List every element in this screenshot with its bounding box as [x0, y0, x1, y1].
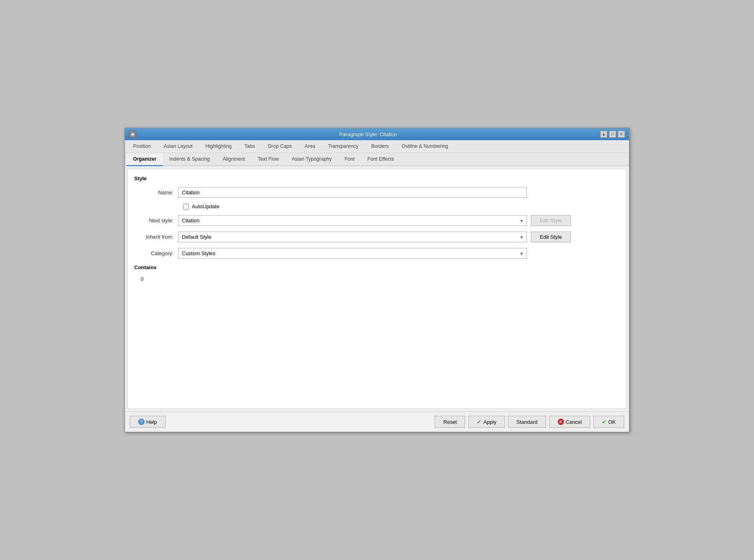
tab-alignment[interactable]: Alignment [216, 153, 252, 166]
inherit-from-select-wrapper: Default Style ▼ [178, 232, 527, 242]
category-select-wrapper: Custom Styles ▼ [178, 248, 527, 259]
contains-section-title: Contains [134, 264, 620, 270]
ok-button[interactable]: ✔ OK [593, 416, 624, 428]
help-label: Help [146, 419, 157, 425]
inherit-from-edit-button[interactable]: Edit Style [531, 232, 571, 242]
paragraph-style-dialog: ▣ Paragraph Style: Citation ▲ □ ✕ Positi… [125, 128, 629, 432]
footer: ? Help Reset ✔ Apply Standard ✕ Cancel ✔… [125, 411, 629, 432]
close-button[interactable]: ✕ [618, 131, 625, 138]
tab-borders[interactable]: Borders [365, 140, 395, 153]
next-style-label: Next style: [134, 218, 178, 224]
contains-value: 0 [134, 276, 620, 282]
inherit-from-label: Inherit from: [134, 234, 178, 240]
tab-organizer[interactable]: Organizer [127, 153, 163, 166]
tab-asian-typography[interactable]: Asian Typography [285, 153, 338, 166]
footer-right: Reset ✔ Apply Standard ✕ Cancel ✔ OK [435, 416, 624, 428]
autoupdate-label: AutoUpdate [192, 203, 220, 209]
inherit-from-row: Inherit from: Default Style ▼ Edit Style [134, 232, 620, 242]
next-style-row: Next style: Citation ▼ Edit Style [134, 215, 620, 226]
category-label: Category: [134, 250, 178, 256]
maximize-button[interactable]: □ [609, 131, 616, 138]
cancel-icon: ✕ [558, 419, 564, 425]
category-select[interactable]: Custom Styles [178, 248, 527, 259]
window-controls: ▲ □ ✕ [600, 131, 625, 138]
content-area: Style Name: AutoUpdate Next style: Citat… [127, 169, 627, 409]
reset-button[interactable]: Reset [435, 416, 465, 428]
footer-left: ? Help [130, 416, 165, 428]
tab-drop-caps[interactable]: Drop Caps [262, 140, 298, 153]
window-icon: ▣ [129, 131, 136, 138]
next-style-select[interactable]: Citation [178, 215, 527, 226]
style-section-title: Style [134, 175, 620, 181]
tab-indents-spacing[interactable]: Indents & Spacing [163, 153, 216, 166]
standard-button[interactable]: Standard [508, 416, 546, 428]
next-style-select-wrapper: Citation ▼ [178, 215, 527, 226]
cancel-label: Cancel [566, 419, 582, 425]
tab-asian-layout[interactable]: Asian Layout [157, 140, 199, 153]
apply-label: Apply [483, 419, 496, 425]
tab-position[interactable]: Position [127, 140, 157, 153]
tab-transparency[interactable]: Transparency [322, 140, 365, 153]
autoupdate-row: AutoUpdate [134, 203, 620, 209]
apply-check-icon: ✔ [477, 419, 482, 425]
cancel-button[interactable]: ✕ Cancel [549, 416, 590, 428]
tab-text-flow[interactable]: Text Flow [251, 153, 285, 166]
tab-outline-numbering[interactable]: Outline & Numbering [395, 140, 454, 153]
apply-button[interactable]: ✔ Apply [468, 416, 505, 428]
ok-label: OK [608, 419, 616, 425]
minimize-button[interactable]: ▲ [600, 131, 607, 138]
tabs-row-2: Organizer Indents & Spacing Alignment Te… [125, 153, 629, 166]
autoupdate-checkbox[interactable] [183, 204, 189, 209]
tab-area[interactable]: Area [298, 140, 321, 153]
standard-label: Standard [516, 419, 538, 425]
name-row: Name: [134, 187, 620, 198]
next-style-edit-button[interactable]: Edit Style [531, 215, 571, 226]
dialog-title: Paragraph Style: Citation [136, 131, 600, 137]
name-label: Name: [134, 189, 178, 195]
title-bar: ▣ Paragraph Style: Citation ▲ □ ✕ [125, 128, 629, 140]
help-button[interactable]: ? Help [130, 416, 165, 428]
tab-font-effects[interactable]: Font Effects [361, 153, 400, 166]
next-style-control: Citation ▼ Edit Style [178, 215, 579, 226]
inherit-from-select[interactable]: Default Style [178, 232, 527, 242]
category-row: Category: Custom Styles ▼ [134, 248, 620, 259]
reset-label: Reset [443, 419, 457, 425]
ok-check-icon: ✔ [602, 419, 607, 425]
help-icon: ? [138, 419, 145, 425]
name-input[interactable] [178, 187, 527, 198]
tab-highlighting[interactable]: Highlighting [199, 140, 238, 153]
tab-tabs[interactable]: Tabs [238, 140, 261, 153]
tabs-row-1: Position Asian Layout Highlighting Tabs … [125, 140, 629, 153]
inherit-from-control: Default Style ▼ Edit Style [178, 232, 579, 242]
tab-font[interactable]: Font [338, 153, 361, 166]
contains-section: Contains 0 [134, 264, 620, 282]
